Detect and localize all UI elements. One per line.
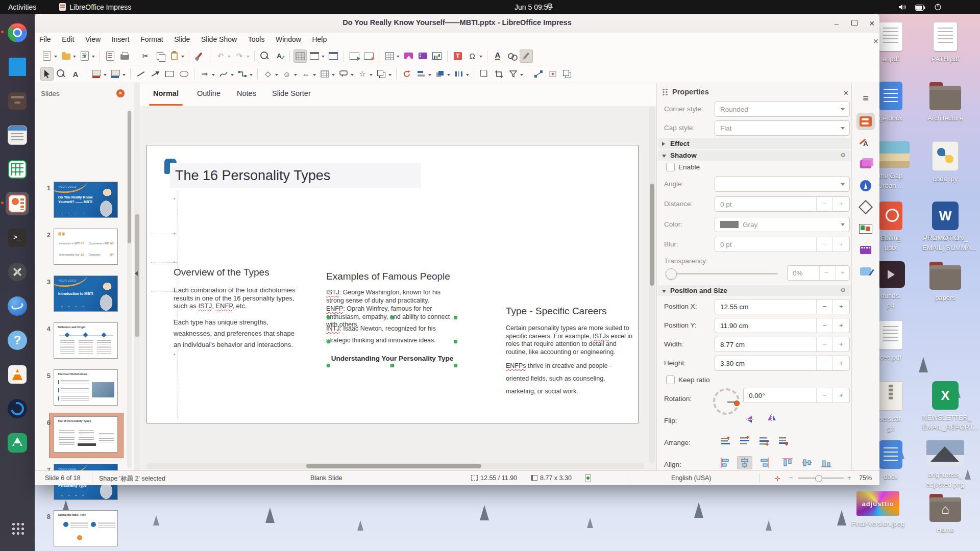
column3-paragraph2[interactable]: ENFPs thrive in creative and people - or… <box>506 360 633 398</box>
insert-text-box-button[interactable]: T <box>451 49 464 63</box>
bring-to-front-button[interactable] <box>718 434 733 447</box>
select-tool-button[interactable] <box>40 67 54 81</box>
decrement-button[interactable]: − <box>819 266 833 280</box>
tab-notes[interactable]: Notes <box>237 89 256 97</box>
dropdown-caret[interactable] <box>247 56 250 59</box>
crop-button[interactable] <box>492 67 505 81</box>
effect-section-header[interactable]: Effect <box>658 138 851 149</box>
dropdown-caret[interactable] <box>466 74 469 78</box>
desktop-icon-architecture[interactable]: Architecture <box>922 82 968 123</box>
gear-icon[interactable]: ⚙ <box>840 287 846 294</box>
start-from-first-slide-button[interactable] <box>348 49 361 63</box>
dock-item-tools[interactable] <box>6 260 29 284</box>
align-objects-button[interactable] <box>414 67 428 81</box>
panel-grip-icon[interactable] <box>662 88 668 95</box>
position-size-section-header[interactable]: Position and Size⚙ <box>658 285 851 296</box>
shadow-color-dropdown[interactable]: Gray <box>715 217 850 232</box>
slide-title[interactable]: The 16 Personality Types <box>175 168 330 184</box>
slide-thumbnail-8[interactable]: Taking the MBTI Test <box>54 510 118 546</box>
dock-item-browser[interactable] <box>6 294 29 318</box>
desktop-icon-newsletter-email[interactable]: XNEWSLETTER_EMAIL_REPORT... <box>922 381 968 432</box>
undo-button[interactable]: ↶ <box>214 49 227 63</box>
increment-button[interactable]: + <box>832 388 849 403</box>
dropdown-caret[interactable] <box>428 74 431 78</box>
dock-item-impress[interactable] <box>6 192 29 215</box>
zoom-level[interactable]: 75% <box>859 474 872 482</box>
position-y-field[interactable]: 11.90 cm−+ <box>715 318 850 333</box>
fill-color-button[interactable] <box>90 67 103 81</box>
sidebar-tab-master-slides[interactable] <box>856 220 875 237</box>
arrange-objects-button[interactable] <box>433 67 447 81</box>
dropdown-caret[interactable] <box>54 56 57 59</box>
dock-item-software[interactable] <box>6 431 29 455</box>
height-field[interactable]: 3.30 cm−+ <box>715 356 850 371</box>
menu-insert[interactable]: Insert <box>107 33 134 43</box>
filter-button[interactable] <box>506 67 520 81</box>
slide-editing-area[interactable]: The 16 Personality Types · + + + + + + O… <box>146 145 639 423</box>
column1-paragraph1[interactable]: Each combination of the four dichotomies… <box>174 286 302 310</box>
slider-knob[interactable] <box>666 268 677 280</box>
language-status[interactable]: English (USA) <box>671 474 712 482</box>
activities-button[interactable]: Activities <box>8 3 36 11</box>
close-document-button[interactable]: ✕ <box>868 35 884 45</box>
symbol-shapes-button[interactable]: ☺ <box>280 67 293 81</box>
selection-handle-bottom-right[interactable] <box>454 364 457 367</box>
dock-item-terminal[interactable]: >_ <box>6 226 29 249</box>
insert-table-button[interactable] <box>383 49 396 63</box>
slide-thumbnail-3[interactable]: YOUR LOGO Introduction to MBTI <box>54 276 118 312</box>
toggle-extrusion-button[interactable] <box>560 67 574 81</box>
dock-item-vscode[interactable] <box>6 55 29 79</box>
close-button[interactable]: ✕ <box>866 18 877 29</box>
column2-paragraph1[interactable]: ISTJ: George Washington, known for his s… <box>326 289 456 305</box>
dock-item-text-editor[interactable] <box>6 123 29 147</box>
slide-thumbnail-2[interactable]: 目录 Introduction to MBTI 01 Understanding… <box>54 229 118 265</box>
menu-edit[interactable]: Edit <box>57 33 79 43</box>
curves-polygons-button[interactable] <box>217 67 230 81</box>
increment-button[interactable]: + <box>832 237 849 252</box>
gear-icon[interactable]: ⚙ <box>840 152 846 159</box>
dropdown-caret[interactable] <box>294 74 297 78</box>
cut-button[interactable]: ✂ <box>139 49 152 63</box>
hyperlink-button[interactable] <box>505 49 519 63</box>
line-color-button[interactable] <box>109 67 122 81</box>
align-right-button[interactable] <box>756 456 772 469</box>
export-pdf-button[interactable] <box>104 49 117 63</box>
rotation-dial[interactable] <box>713 388 740 415</box>
selection-handle-bottom-center[interactable] <box>390 364 394 367</box>
selection-handle-top-right[interactable] <box>454 316 457 319</box>
menu-slide[interactable]: Slide <box>169 33 194 43</box>
selection-handle-middle-left[interactable] <box>327 340 330 343</box>
decrement-button[interactable]: − <box>816 299 833 314</box>
decrement-button[interactable]: − <box>816 197 833 211</box>
copy-button[interactable] <box>153 49 166 63</box>
dropdown-caret[interactable] <box>322 56 325 59</box>
sidebar-tab-gallery[interactable] <box>856 156 875 173</box>
start-from-current-slide-button[interactable] <box>362 49 375 63</box>
block-arrows-button[interactable]: ⇔ <box>299 67 312 81</box>
print-button[interactable] <box>118 49 131 63</box>
column1-heading[interactable]: Overview of the Types <box>174 267 270 278</box>
slides-panel-scrollbar[interactable] <box>127 111 132 468</box>
special-character-button[interactable]: Ω <box>465 49 479 63</box>
connectors-button[interactable] <box>236 67 249 81</box>
tab-normal[interactable]: Normal <box>153 89 179 97</box>
scrollbar-thumb[interactable] <box>128 111 131 243</box>
edit-points-button[interactable] <box>532 67 545 81</box>
glue-points-button[interactable] <box>546 67 559 81</box>
dropdown-caret[interactable] <box>181 56 184 59</box>
dropdown-caret[interactable] <box>388 74 391 78</box>
fit-slide-button[interactable]: ⊹ <box>775 474 780 482</box>
show-applications-button[interactable] <box>6 516 29 540</box>
dropdown-caret[interactable] <box>92 56 95 59</box>
collapse-arrow-icon[interactable] <box>135 271 138 276</box>
insert-media-button[interactable] <box>416 49 429 63</box>
send-backward-button[interactable] <box>756 434 772 447</box>
slide-thumbnail-4[interactable]: Definition and Origin <box>54 322 118 359</box>
canvas-vertical-scrollbar[interactable] <box>649 106 655 463</box>
new-document-button[interactable] <box>40 49 54 63</box>
dropdown-caret[interactable] <box>212 74 215 78</box>
dock-item-chrome[interactable] <box>6 21 29 44</box>
increment-button[interactable]: + <box>832 197 849 211</box>
basic-shapes-button[interactable]: ◇ <box>261 67 275 81</box>
dropdown-caret[interactable] <box>73 56 76 59</box>
